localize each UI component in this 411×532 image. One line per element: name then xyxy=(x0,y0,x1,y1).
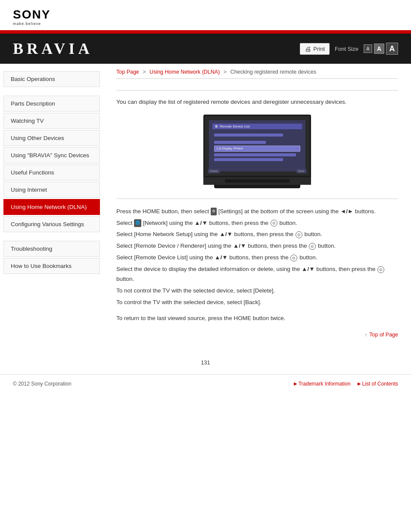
trademark-link-text: Trademark Information xyxy=(299,381,351,387)
breadcrumb-sep2: > xyxy=(224,69,227,75)
bravia-header: BRAVIA 🖨 Print Font Size A A A xyxy=(0,34,411,64)
sidebar-item-watching-tv[interactable]: Watching TV xyxy=(3,113,100,129)
tv-label-line xyxy=(214,141,266,144)
breadcrumb: Top Page > Using Home Network (DLNA) > C… xyxy=(116,64,398,79)
copyright-text: © 2012 Sony Corporation xyxy=(13,381,72,387)
tv-stand xyxy=(203,177,311,185)
tv-title-icon: 🖥 xyxy=(215,124,218,128)
tv-content-area: 1 st Display: iPhone xyxy=(212,132,302,165)
sidebar-item-parts-description[interactable]: Parts Description xyxy=(3,96,100,112)
printer-icon: 🖨 xyxy=(305,45,311,53)
tv-subtitle-line xyxy=(214,134,283,137)
bravia-title: BRAVIA xyxy=(13,40,93,58)
sidebar-item-configuring-settings[interactable]: Configuring Various Settings xyxy=(3,216,100,232)
network-icon: 🌐 xyxy=(134,219,141,227)
top-of-page-link[interactable]: Top of Page xyxy=(369,332,398,338)
breadcrumb-dlna-link[interactable]: Using Home Network (DLNA) xyxy=(149,69,220,75)
sidebar-item-bookmarks[interactable]: How to Use Bookmarks xyxy=(3,258,100,274)
make-believe-tagline: make.believe xyxy=(13,22,41,26)
tv-title-text: Remote Device List xyxy=(220,124,249,128)
page-number: 131 xyxy=(0,351,411,374)
top-bar: SONY make.believe xyxy=(0,0,411,30)
tv-bottom-bar: Delete Back xyxy=(208,169,306,173)
sidebar-item-home-network[interactable]: Using Home Network (DLNA) xyxy=(3,199,100,215)
instruction-step8: To control the TV with the selected devi… xyxy=(116,298,398,308)
main-layout: Basic Operations Parts Description Watch… xyxy=(0,64,411,351)
content-intro: You can display the list of registered r… xyxy=(116,97,398,107)
confirm-btn-icon3: ⊙ xyxy=(309,243,316,250)
up-arrow-icon: ↑ xyxy=(365,333,367,337)
font-size-large-button[interactable]: A xyxy=(386,43,398,55)
contents-link-text: List of Contents xyxy=(362,381,398,387)
return-note: To return to the last viewed source, pre… xyxy=(116,314,398,323)
tv-delete-btn: Delete xyxy=(208,169,220,173)
tv-mockup: 🖥 Remote Device List 1 st Display: iPhon… xyxy=(203,115,311,188)
instructions-section: Press the HOME button, then select ⚙ [Se… xyxy=(116,199,398,338)
sidebar-item-troubleshooting[interactable]: Troubleshooting xyxy=(3,241,100,257)
sidebar-item-basic-operations[interactable]: Basic Operations xyxy=(3,71,100,87)
instruction-step4: Select [Remote Device / Renderer] using … xyxy=(116,241,398,251)
contents-link[interactable]: ▶ List of Contents xyxy=(358,381,398,387)
confirm-btn-icon: ⊙ xyxy=(271,220,277,227)
tv-filler-line2 xyxy=(214,158,283,161)
tv-image-container: 🖥 Remote Device List 1 st Display: iPhon… xyxy=(116,115,398,188)
breadcrumb-current: Checking registered remote devices xyxy=(230,69,316,75)
confirm-btn-icon2: ⊙ xyxy=(296,231,302,238)
trademark-arrow-icon: ▶ xyxy=(294,381,297,386)
settings-icon: ⚙ xyxy=(211,208,217,215)
tv-back-btn: Back xyxy=(296,169,306,173)
tv-screen: 🖥 Remote Device List 1 st Display: iPhon… xyxy=(203,115,311,177)
red-banner xyxy=(0,30,411,34)
sony-logo: SONY make.believe xyxy=(13,8,398,26)
sidebar-item-using-other-devices[interactable]: Using Other Devices xyxy=(3,130,100,146)
tv-item-text: 1 st Display: iPhone xyxy=(216,147,243,150)
tv-filler-line xyxy=(214,153,296,156)
tv-stand-bar xyxy=(225,179,290,183)
confirm-btn-icon5: ⊙ xyxy=(377,266,384,273)
instruction-step6: Select the device to display the detaile… xyxy=(116,264,398,284)
instruction-step2: Select 🌐 [Network] using the ▲/▼ buttons… xyxy=(116,218,398,228)
footer-links: ▶ Trademark Information ▶ List of Conten… xyxy=(294,381,398,387)
confirm-btn-icon4: ⊙ xyxy=(290,255,297,261)
font-size-small-button[interactable]: A xyxy=(364,44,372,53)
tv-base xyxy=(214,185,300,188)
sidebar: Basic Operations Parts Description Watch… xyxy=(0,64,103,351)
font-size-controls: A A A xyxy=(364,43,398,55)
breadcrumb-sep1: > xyxy=(143,69,146,75)
contents-arrow-icon: ▶ xyxy=(358,381,361,386)
sidebar-item-bravia-sync[interactable]: Using "BRAVIA" Sync Devices xyxy=(3,147,100,163)
font-size-medium-button[interactable]: A xyxy=(374,44,384,54)
page-title-section xyxy=(116,83,398,90)
tv-screen-inner: 🖥 Remote Device List 1 st Display: iPhon… xyxy=(209,120,305,171)
sidebar-item-useful-functions[interactable]: Useful Functions xyxy=(3,165,100,180)
footer: © 2012 Sony Corporation ▶ Trademark Info… xyxy=(0,374,411,393)
print-label: Print xyxy=(313,46,325,52)
instruction-step1: Press the HOME button, then select ⚙ [Se… xyxy=(116,207,398,217)
main-content: Top Page > Using Home Network (DLNA) > C… xyxy=(103,64,411,351)
tv-title-bar: 🖥 Remote Device List xyxy=(212,124,302,129)
sony-text: SONY xyxy=(13,8,50,22)
sidebar-item-using-internet[interactable]: Using Internet xyxy=(3,182,100,198)
trademark-link[interactable]: ▶ Trademark Information xyxy=(294,381,351,387)
font-size-label: Font Size xyxy=(335,46,358,52)
header-controls: 🖨 Print Font Size A A A xyxy=(300,43,398,55)
tv-item-highlight: 1 st Display: iPhone xyxy=(214,146,300,152)
print-button[interactable]: 🖨 Print xyxy=(300,43,330,55)
instruction-step5: Select [Remote Device List] using the ▲/… xyxy=(116,253,398,263)
breadcrumb-top-link[interactable]: Top Page xyxy=(116,69,139,75)
top-of-page-section: ↑ Top of Page xyxy=(116,332,398,338)
instruction-step7: To not control the TV with the selected … xyxy=(116,286,398,296)
instruction-step3: Select [Home Network Setup] using the ▲/… xyxy=(116,230,398,240)
